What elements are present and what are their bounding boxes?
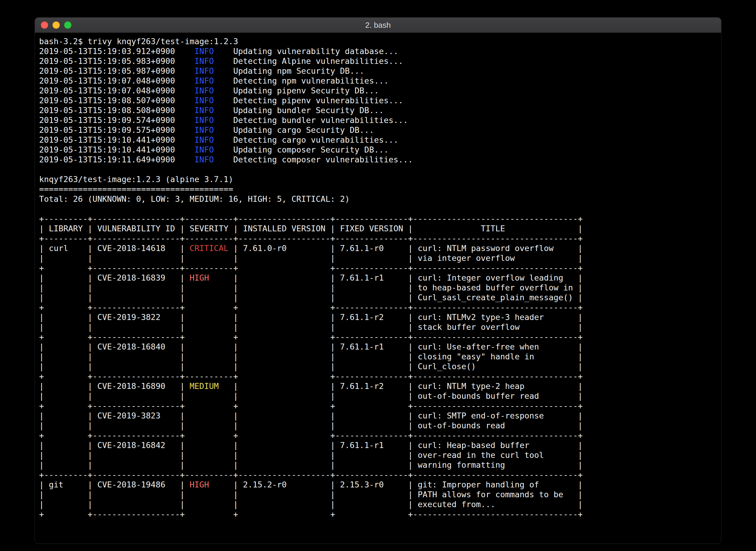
terminal-line: Total: 26 (UNKNOWN: 0, LOW: 3, MEDIUM: 1…	[39, 194, 717, 204]
terminal-line: +---------+------------------+----------…	[39, 470, 717, 480]
terminal-line: 2019-05-13T15:19:11.649+0900 INFO Detect…	[39, 155, 717, 164]
terminal-line: 2019-05-13T15:19:09.574+0900 INFO Detect…	[39, 115, 717, 125]
terminal-line: | | | | | | PATH allows for commands to …	[39, 490, 717, 499]
terminal-line: + +------------------+ + +--------------…	[39, 332, 717, 342]
terminal-line: | | | | | | out-of-bounds read |	[39, 421, 717, 430]
terminal-line: 2019-05-13T15:19:07.048+0900 INFO Detect…	[39, 76, 717, 86]
terminal-line: | curl | CVE-2018-14618 | CRITICAL | 7.6…	[39, 243, 717, 253]
terminal-line: 2019-05-13T15:19:07.048+0900 INFO Updati…	[39, 86, 717, 95]
terminal-line: bash-3.2$ trivy knqyf263/test-image:1.2.…	[39, 36, 717, 46]
terminal-line: + +------------------+ + +--------------…	[39, 430, 717, 440]
terminal-line: 2019-05-13T15:19:03.912+0900 INFO Updati…	[39, 46, 717, 56]
terminal-line: 2019-05-13T15:19:08.508+0900 INFO Updati…	[39, 105, 717, 115]
terminal-line: | | | | | | to heap-based buffer overflo…	[39, 283, 717, 293]
terminal-line: | | CVE-2018-16890 | MEDIUM | | 7.61.1-r…	[39, 381, 717, 391]
terminal-line: | LIBRARY | VULNERABILITY ID | SEVERITY …	[39, 223, 717, 233]
terminal-line: | | | | | | executed from... |	[39, 499, 717, 509]
terminal-line: | | | | | | via integer overflow |	[39, 253, 717, 263]
terminal-line: 2019-05-13T15:19:08.507+0900 INFO Detect…	[39, 95, 717, 105]
terminal-line	[39, 164, 717, 174]
terminal-line: + +------------------+ + + +------------…	[39, 401, 717, 411]
terminal-line: + +------------------+ + + +------------…	[39, 509, 717, 519]
terminal-line: 2019-05-13T15:19:10.441+0900 INFO Updati…	[39, 145, 717, 155]
terminal-line: knqyf263/test-image:1.2.3 (alpine 3.7.1)	[39, 174, 717, 184]
terminal-line: 2019-05-13T15:19:05.987+0900 INFO Updati…	[39, 66, 717, 76]
terminal-line: ========================================	[39, 184, 717, 194]
window-titlebar[interactable]: 2. bash	[35, 18, 721, 33]
terminal-line: +---------+------------------+----------…	[39, 214, 717, 223]
terminal-content[interactable]: bash-3.2$ trivy knqyf263/test-image:1.2.…	[35, 33, 721, 523]
terminal-line: + +------------------+----------+ +-----…	[39, 263, 717, 273]
terminal-line: | | CVE-2018-16840 | | | 7.61.1-r1 | cur…	[39, 342, 717, 352]
window-title: 2. bash	[365, 21, 391, 30]
terminal-line: | | CVE-2019-3822 | | | 7.61.1-r2 | curl…	[39, 312, 717, 322]
terminal-line: 2019-05-13T15:19:09.575+0900 INFO Updati…	[39, 125, 717, 135]
terminal-line: | | | | | | stack buffer overflow |	[39, 322, 717, 332]
terminal-line: | git | CVE-2018-19486 | HIGH | 2.15.2-r…	[39, 480, 717, 490]
terminal-line: +---------+------------------+----------…	[39, 233, 717, 243]
terminal-line	[39, 204, 717, 214]
terminal-output: bash-3.2$ trivy knqyf263/test-image:1.2.…	[39, 36, 717, 519]
terminal-line: + +------------------+----------+ +-----…	[39, 371, 717, 381]
terminal-line: | | | | | | over-read in the curl tool |	[39, 450, 717, 460]
terminal-window: 2. bash bash-3.2$ trivy knqyf263/test-im…	[35, 17, 721, 544]
terminal-line: | | CVE-2018-16839 | HIGH | | 7.61.1-r1 …	[39, 273, 717, 283]
close-button[interactable]	[41, 21, 48, 29]
terminal-line: | | | | | | Curl_sasl_create_plain_messa…	[39, 293, 717, 303]
zoom-button[interactable]	[64, 21, 71, 29]
terminal-line: | | | | | | Curl_close() |	[39, 362, 717, 371]
terminal-line: | | | | | | closing "easy" handle in |	[39, 352, 717, 362]
terminal-line: | | CVE-2019-3823 | | | | curl: SMTP end…	[39, 411, 717, 421]
terminal-line: 2019-05-13T15:19:05.983+0900 INFO Detect…	[39, 56, 717, 66]
terminal-line: | | | | | | out-of-bounds buffer read |	[39, 391, 717, 401]
terminal-line: | | CVE-2018-16842 | | | 7.61.1-r1 | cur…	[39, 440, 717, 450]
terminal-line: | | | | | | warning formatting |	[39, 460, 717, 470]
window-controls	[41, 18, 71, 33]
terminal-line: 2019-05-13T15:19:10.441+0900 INFO Detect…	[39, 135, 717, 145]
terminal-line: + +------------------+ + +--------------…	[39, 303, 717, 312]
minimize-button[interactable]	[53, 21, 60, 29]
